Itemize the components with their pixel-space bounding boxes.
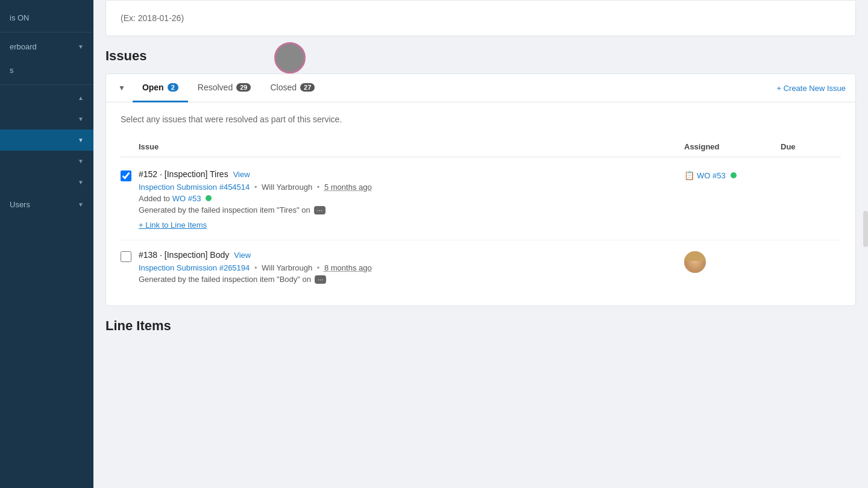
create-new-issue-button[interactable]: + Create New Issue (776, 84, 846, 93)
line-items-title: Line Items (105, 318, 856, 334)
tab-resolved-label: Resolved (198, 83, 233, 92)
status-dot-assigned-1 (731, 172, 737, 178)
dot-separator-2: • (317, 183, 322, 192)
sidebar-item-2-label: s (10, 66, 14, 75)
sidebar-item-dashboard[interactable]: erboard ▼ (0, 35, 93, 58)
issue-2-main: #138 · [Inspection] Body View Inspection… (139, 250, 684, 284)
col-due-header: Due (781, 142, 796, 151)
chevron-down-icon: ▼ (78, 43, 84, 50)
chevron-down-icon-6: ▼ (78, 201, 84, 208)
issue-1-time-ago: 5 months ago (324, 183, 372, 192)
issue-1-sub-meta: Added to WO #53 (139, 194, 684, 203)
issue-1-submission-link[interactable]: Inspection Submission #454514 (139, 183, 250, 192)
tab-open-badge: 2 (168, 83, 178, 92)
issue-1-wo-ref-link[interactable]: WO #53 (172, 194, 201, 203)
issue-1-added-to-label: Added to (139, 194, 170, 203)
scroll-handle[interactable] (863, 211, 868, 247)
issue-2-view-link[interactable]: View (234, 251, 251, 260)
tab-resolved-badge: 29 (236, 83, 251, 92)
issue-2-number: #138 (139, 250, 157, 260)
sidebar: is ON erboard ▼ s ▲ ▼ ▼ ▼ ▼ Users ▼ (0, 0, 93, 488)
chevron-down-icon-3: ▼ (78, 137, 84, 143)
top-section: (Ex: 2018-01-26) (105, 0, 856, 36)
ellipsis-badge-1[interactable]: ··· (314, 206, 326, 214)
issue-1-title: [Inspection] Tires (165, 169, 228, 179)
tab-closed[interactable]: Closed 27 (260, 74, 324, 102)
issue-2-title: [Inspection] Body (165, 250, 229, 260)
issue-1-separator: · (160, 169, 165, 179)
dot-separator-3: • (254, 263, 259, 272)
issues-table-header: Issue Assigned Due (121, 136, 841, 157)
issue-2-generated: Generated by the failed inspection item … (139, 275, 684, 284)
issue-2-meta: Inspection Submission #265194 • Will Yar… (139, 263, 684, 272)
issue-2-submission-link[interactable]: Inspection Submission #265194 (139, 263, 250, 272)
issue-1-view-link[interactable]: View (233, 170, 250, 179)
dot-separator-4: • (317, 263, 322, 272)
line-items-section: Line Items (105, 318, 856, 334)
avatar-bubble (274, 42, 306, 74)
tab-dropdown-button[interactable]: ▼ (116, 75, 128, 101)
avatar-inner (684, 251, 706, 273)
issue-1-checkbox[interactable] (121, 170, 131, 181)
user-avatar-2 (684, 251, 706, 273)
link-to-line-items-button[interactable]: + Link to Line Items (139, 221, 207, 230)
issue-1-wo-assigned[interactable]: 📋 WO #53 (684, 170, 737, 180)
issue-1-number: #152 (139, 169, 157, 179)
document-icon: 📋 (684, 170, 694, 180)
sidebar-status: is ON (0, 6, 93, 30)
tab-open[interactable]: Open 2 (133, 74, 188, 102)
issue-2-checkbox[interactable] (121, 251, 131, 262)
issue-1-title-row: #152 · [Inspection] Tires View (139, 169, 684, 179)
issue-2-generated-text: Generated by the failed inspection item … (139, 275, 311, 284)
col-assigned-header: Assigned (684, 142, 720, 151)
issue-1-wo-assigned-link[interactable]: WO #53 (697, 171, 726, 180)
chevron-down-icon-5: ▼ (78, 179, 84, 186)
issue-1-number-title: #152 · [Inspection] Tires (139, 169, 228, 179)
issue-1-assigned: 📋 WO #53 (684, 169, 781, 180)
sidebar-divider-2 (0, 84, 93, 85)
issue-2-submitter: Will Yarbrough (262, 263, 312, 272)
sidebar-item-3[interactable]: ▲ (0, 87, 93, 108)
issues-tabs-row: ▼ Open 2 Resolved 29 Closed 27 + Create … (106, 74, 855, 102)
sidebar-item-users[interactable]: Users ▼ (0, 193, 93, 216)
col-issue-header: Issue (139, 142, 159, 151)
issues-helper-text: Select any issues that were resolved as … (121, 114, 841, 124)
table-row: #138 · [Inspection] Body View Inspection… (121, 240, 841, 293)
issues-section: Issues ▼ Open 2 Resolved 29 Closed (105, 48, 856, 306)
chevron-down-icon-4: ▼ (78, 158, 84, 164)
chevron-up-icon: ▲ (78, 95, 84, 101)
issues-title: Issues (105, 48, 856, 64)
sidebar-item-users-label: Users (10, 200, 30, 209)
issue-1-main: #152 · [Inspection] Tires View Inspectio… (139, 169, 684, 230)
tab-closed-badge: 27 (300, 83, 315, 92)
date-example-text: (Ex: 2018-01-26) (121, 13, 184, 23)
table-row: #152 · [Inspection] Tires View Inspectio… (121, 160, 841, 240)
sidebar-item-2[interactable]: s (0, 58, 93, 82)
sidebar-item-4[interactable]: ▼ (0, 108, 93, 130)
sidebar-divider-1 (0, 32, 93, 33)
dot-separator-1: • (254, 183, 259, 192)
issue-2-separator: · (160, 250, 165, 260)
sidebar-status-label: is ON (10, 13, 30, 22)
issue-2-title-row: #138 · [Inspection] Body View (139, 250, 684, 260)
status-dot-1 (206, 195, 212, 201)
avatar-hair (684, 251, 706, 261)
issue-1-submitter: Will Yarbrough (262, 183, 312, 192)
issues-card: ▼ Open 2 Resolved 29 Closed 27 + Create … (105, 74, 856, 306)
sidebar-item-dashboard-label: erboard (10, 42, 37, 51)
issue-2-assigned (684, 250, 781, 273)
sidebar-item-7[interactable]: ▼ (0, 172, 93, 193)
issues-content: Select any issues that were resolved as … (106, 102, 855, 305)
issue-2-number-title: #138 · [Inspection] Body (139, 250, 229, 260)
sidebar-item-6[interactable]: ▼ (0, 151, 93, 172)
ellipsis-badge-2[interactable]: ··· (315, 275, 326, 284)
chevron-down-icon-2: ▼ (78, 116, 84, 122)
issue-1-meta: Inspection Submission #454514 • Will Yar… (139, 183, 684, 192)
sidebar-item-5-active[interactable]: ▼ (0, 130, 93, 151)
issue-1-generated-text: Generated by the failed inspection item … (139, 205, 310, 214)
issue-1-generated: Generated by the failed inspection item … (139, 205, 684, 214)
tab-closed-label: Closed (270, 83, 297, 92)
issue-2-time-ago: 8 months ago (324, 263, 372, 272)
tab-resolved[interactable]: Resolved 29 (188, 74, 261, 102)
main-content: (Ex: 2018-01-26) Issues ▼ Open 2 Resolve… (93, 0, 868, 488)
